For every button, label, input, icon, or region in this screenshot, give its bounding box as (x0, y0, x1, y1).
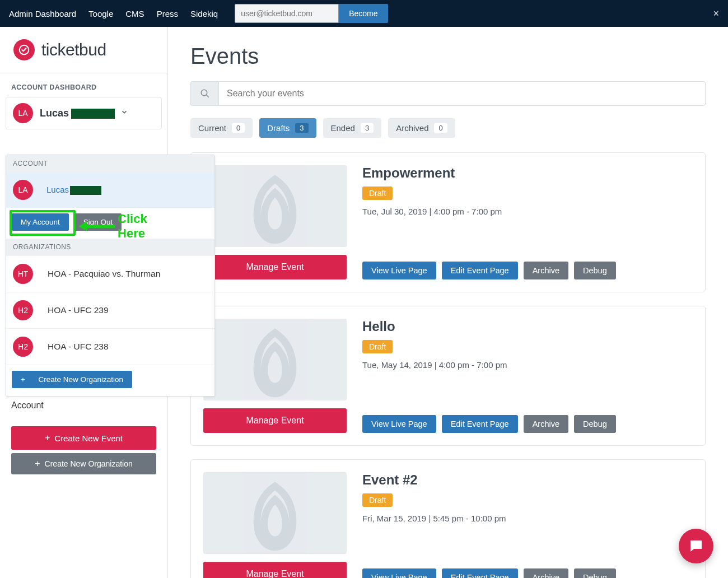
edit-event-button[interactable]: Edit Event Page (442, 262, 518, 279)
chat-icon (688, 538, 704, 554)
redacted-text (71, 109, 115, 119)
redacted-text (70, 186, 101, 195)
sidebar: ticketbud ACCOUNT DASHBOARD LA Lucas ACC… (0, 27, 168, 578)
event-card: Manage Event Hello Draft Tue, May 14, 20… (190, 306, 706, 446)
dropdown-current-user[interactable]: LA Lucas (6, 172, 214, 208)
org-avatar: H2 (13, 300, 33, 320)
org-name: HOA - UFC 239 (48, 305, 109, 315)
create-org-button[interactable]: + Create New Organization (11, 453, 156, 474)
admin-bar: Admin Dashboard Toogle CMS Press Sidekiq… (0, 0, 728, 27)
event-card: Manage Event Empowerment Draft Tue, Jul … (190, 152, 706, 292)
view-live-button[interactable]: View Live Page (362, 568, 436, 578)
debug-button[interactable]: Debug (574, 415, 616, 433)
org-item[interactable]: H2 HOA - UFC 239 (6, 292, 214, 328)
user-name: Lucas (46, 185, 101, 195)
event-title[interactable]: Event #2 (362, 472, 693, 488)
main-content: Events Current0 Drafts3 Ended3 Archived0 (168, 27, 728, 578)
org-item[interactable]: H2 HOA - UFC 238 (6, 328, 214, 365)
page-title: Events (190, 44, 706, 69)
archive-button[interactable]: Archive (524, 262, 568, 279)
create-event-button[interactable]: + Create New Event (11, 426, 156, 450)
event-title[interactable]: Hello (362, 319, 693, 334)
event-thumbnail (203, 472, 347, 554)
account-dashboard-label: ACCOUNT DASHBOARD (0, 73, 167, 97)
manage-event-button[interactable]: Manage Event (203, 562, 347, 578)
debug-button[interactable]: Debug (574, 568, 616, 578)
sign-out-button[interactable]: Sign Out (74, 213, 122, 231)
filter-current[interactable]: Current0 (190, 118, 253, 138)
status-badge: Draft (362, 493, 393, 507)
account-switcher[interactable]: LA Lucas (6, 97, 162, 129)
debug-button[interactable]: Debug (574, 262, 616, 279)
filter-tabs: Current0 Drafts3 Ended3 Archived0 (190, 118, 706, 138)
event-date: Tue, Jul 30, 2019 | 4:00 pm - 7:00 pm (362, 207, 693, 216)
plus-icon: + (45, 433, 50, 443)
archive-button[interactable]: Archive (524, 415, 568, 433)
view-live-button[interactable]: View Live Page (362, 262, 436, 279)
admin-link-dashboard[interactable]: Admin Dashboard (9, 9, 76, 18)
brand[interactable]: ticketbud (0, 27, 167, 73)
org-item[interactable]: HT HOA - Pacquiao vs. Thurman (6, 255, 214, 292)
dropdown-account-header: ACCOUNT (6, 155, 214, 172)
brand-name: ticketbud (41, 40, 106, 59)
view-live-button[interactable]: View Live Page (362, 415, 436, 433)
admin-link-press[interactable]: Press (157, 9, 178, 18)
become-user-input[interactable] (235, 4, 339, 23)
become-button[interactable]: Become (339, 4, 388, 23)
user-name: Lucas (40, 108, 115, 119)
status-badge: Draft (362, 340, 393, 353)
admin-link-cms[interactable]: CMS (125, 9, 144, 18)
sidebar-item-account[interactable]: Account (11, 394, 156, 417)
org-avatar: HT (13, 264, 33, 284)
event-thumbnail (203, 165, 347, 247)
filter-drafts[interactable]: Drafts3 (259, 118, 316, 138)
event-card: Manage Event Event #2 Draft Fri, Mar 15,… (190, 459, 706, 578)
search-input[interactable] (218, 81, 706, 106)
dropdown-orgs-header: ORGANIZATIONS (6, 239, 214, 255)
status-badge: Draft (362, 187, 393, 200)
edit-event-button[interactable]: Edit Event Page (442, 568, 518, 578)
search-icon (190, 81, 218, 106)
event-title[interactable]: Empowerment (362, 165, 693, 181)
org-avatar: H2 (13, 337, 33, 357)
admin-link-sidekiq[interactable]: Sidekiq (190, 9, 218, 18)
org-name: HOA - Pacquiao vs. Thurman (48, 269, 160, 279)
filter-archived[interactable]: Archived0 (388, 118, 455, 138)
event-date: Tue, May 14, 2019 | 4:00 pm - 7:00 pm (362, 360, 693, 370)
user-avatar: LA (13, 103, 33, 123)
user-avatar: LA (13, 180, 33, 200)
plus-icon: + (35, 459, 40, 469)
admin-link-toogle[interactable]: Toogle (88, 9, 113, 18)
svg-line-4 (206, 95, 209, 97)
edit-event-button[interactable]: Edit Event Page (442, 415, 518, 433)
brand-logo-icon (13, 39, 35, 60)
my-account-button[interactable]: My Account (12, 213, 69, 231)
event-date: Fri, Mar 15, 2019 | 5:45 pm - 10:00 pm (362, 514, 693, 523)
chevron-down-icon (120, 108, 128, 118)
plus-icon: + (21, 375, 25, 384)
close-icon[interactable]: × (713, 8, 719, 20)
manage-event-button[interactable]: Manage Event (203, 408, 347, 433)
filter-ended[interactable]: Ended3 (323, 118, 382, 138)
org-name: HOA - UFC 238 (48, 342, 109, 352)
manage-event-button[interactable]: Manage Event (203, 255, 347, 279)
account-dropdown: ACCOUNT LA Lucas My Account Sign Out ORG… (6, 155, 215, 397)
svg-point-3 (201, 90, 207, 96)
create-org-button[interactable]: + Create New Organization (12, 371, 132, 388)
event-thumbnail (203, 319, 347, 400)
chat-widget[interactable] (679, 529, 713, 563)
search-bar (190, 81, 706, 106)
archive-button[interactable]: Archive (524, 568, 568, 578)
